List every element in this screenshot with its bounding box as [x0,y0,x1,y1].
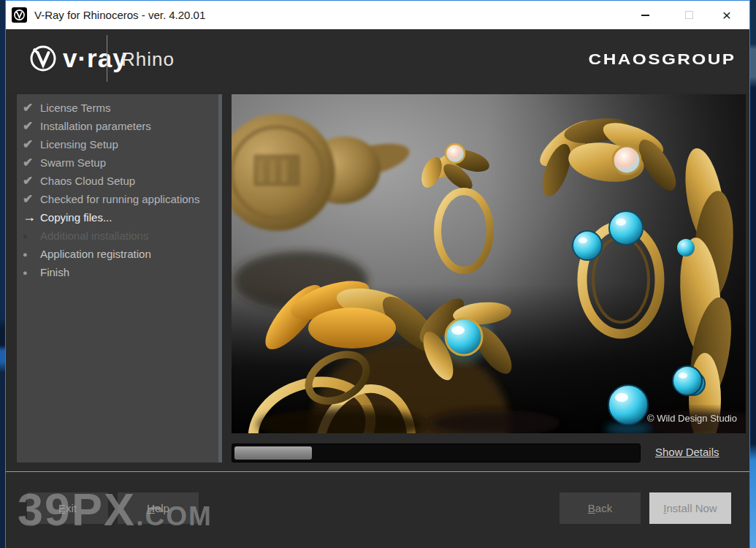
minimize-button[interactable] [628,1,662,29]
close-button[interactable]: × [710,1,744,29]
step-copying-files: → Copying files... [23,208,218,227]
step-application-registration: ● Application registration [23,245,218,263]
check-icon: ✔ [23,191,40,207]
exit-button[interactable]: Exit [27,492,108,524]
chaosgroup-logo: CHAOSGROUP [589,51,736,68]
step-chaos-cloud-setup: ✔ Chaos Cloud Setup [23,172,218,190]
installer-window: V-Ray for Rhinoceros - ver. 4.20.01 × v·… [5,0,750,548]
steps-list: ✔ License Terms ✔ Installation parameter… [17,94,218,281]
step-checked-running-apps: ✔ Checked for running applications [23,190,218,208]
window-title: V-Ray for Rhinoceros - ver. 4.20.01 [34,9,205,21]
step-additional-installations: ● Additional installations [23,227,218,245]
maximize-icon [685,11,693,19]
check-icon: ✔ [23,173,40,189]
back-button[interactable]: Back [560,492,641,524]
minimize-icon [641,15,649,16]
show-details-link[interactable]: Show Details [655,446,719,458]
vray-circle-icon [28,43,58,74]
install-steps-sidebar: ✔ License Terms ✔ Installation parameter… [17,94,222,463]
arrow-icon: → [23,210,40,225]
maximize-button[interactable] [672,1,706,29]
step-licensing-setup: ✔ Licensing Setup [23,135,218,153]
installer-header: v·ray Rhino CHAOSGROUP [6,29,749,92]
check-icon: ✔ [23,137,40,152]
vray-app-icon [12,7,27,23]
install-progress-fill [234,446,312,460]
image-credit: © Wild Design Studio [647,413,737,424]
vray-logo: v·ray [28,43,128,74]
check-icon: ✔ [23,155,40,170]
desktop-edge-right [750,0,756,548]
help-button[interactable]: Help [118,492,199,524]
bullet-icon: ● [23,232,40,240]
install-progress-bar [232,444,641,463]
check-icon: ✔ [23,100,40,115]
step-swarm-setup: ✔ Swarm Setup [23,153,218,172]
desktop-edge-left [0,0,5,548]
close-icon: × [722,7,731,23]
bullet-icon: ● [23,250,40,259]
step-license-terms: ✔ License Terms [23,99,218,117]
product-name: Rhino [121,48,175,71]
render-preview-image: © Wild Design Studio [232,94,746,433]
check-icon: ✔ [23,118,40,134]
install-now-button[interactable]: Install Now [649,492,731,524]
footer-bar: Exit Help Back Install Now [6,472,749,548]
bullet-icon: ● [23,268,40,277]
vray-wordmark: v·ray [63,44,128,73]
step-installation-parameters: ✔ Installation parameters [23,117,218,135]
step-finish: ● Finish [23,263,218,281]
header-divider [107,35,107,82]
title-bar[interactable]: V-Ray for Rhinoceros - ver. 4.20.01 × [6,1,749,29]
